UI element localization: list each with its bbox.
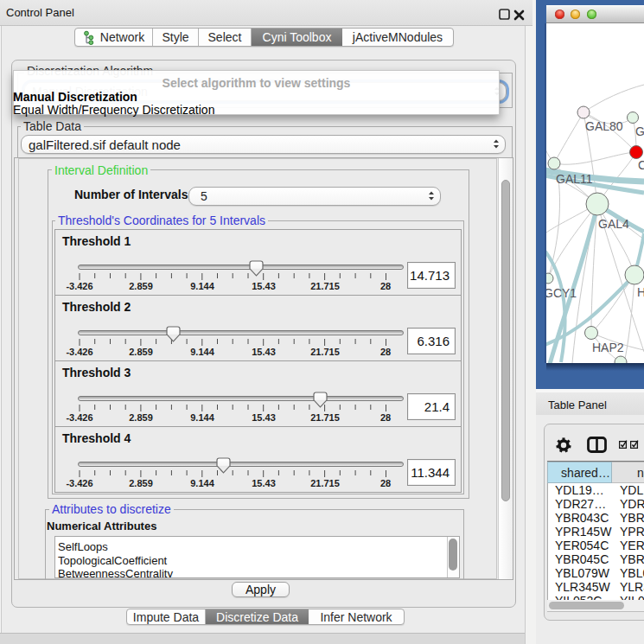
- svg-text:HAP2: HAP2: [592, 341, 624, 354]
- svg-text:GAL80: GAL80: [585, 119, 623, 133]
- svg-text:H: H: [637, 285, 644, 299]
- svg-text:C: C: [638, 158, 644, 172]
- svg-text:GAL11: GAL11: [556, 172, 593, 186]
- svg-text:GAL4: GAL4: [598, 217, 629, 231]
- svg-text:GA: GA: [635, 124, 644, 138]
- svg-text:GCY1: GCY1: [546, 286, 577, 300]
